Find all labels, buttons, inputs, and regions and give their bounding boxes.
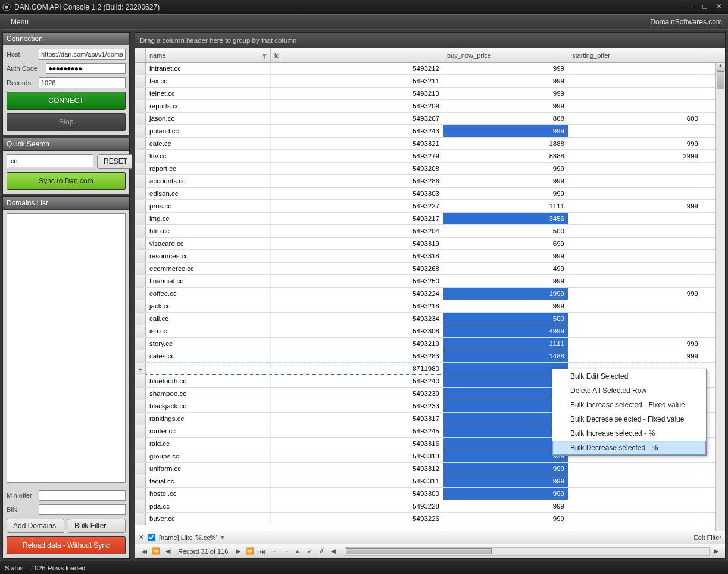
table-cell[interactable]: 5493239 xyxy=(271,388,443,400)
table-row[interactable]: ktv.cc549327988882999 xyxy=(135,150,725,163)
table-cell[interactable]: fax.cc xyxy=(146,75,271,87)
filter-checkbox[interactable] xyxy=(148,534,155,541)
table-cell[interactable]: 5493224 xyxy=(271,288,443,300)
table-cell[interactable]: 5493317 xyxy=(271,413,443,425)
table-cell[interactable] xyxy=(146,363,271,375)
table-row[interactable]: cafe.cc54933211888999 xyxy=(135,138,725,150)
table-row[interactable]: hostel.cc5493300999 xyxy=(135,488,725,500)
table-cell[interactable]: 5493286 xyxy=(271,175,443,187)
reload-button[interactable]: Reload data - Without Sync xyxy=(7,536,126,554)
table-row[interactable]: jason.cc5493207888600 xyxy=(135,113,725,125)
table-cell[interactable]: 5493210 xyxy=(271,88,443,99)
table-row[interactable]: pda.cc5493228999 xyxy=(135,500,725,513)
table-cell[interactable]: 5493233 xyxy=(271,400,443,412)
table-cell[interactable]: 8711980 xyxy=(271,363,443,375)
table-cell[interactable]: 5493313 xyxy=(271,450,443,462)
table-cell[interactable]: 5493279 xyxy=(271,150,443,162)
nav-last-icon[interactable]: ⏭ xyxy=(257,548,267,555)
table-cell[interactable]: 999 xyxy=(443,75,568,87)
table-cell[interactable]: 999 xyxy=(443,88,568,99)
bin-input[interactable] xyxy=(39,504,126,515)
horizontal-scrollbar[interactable] xyxy=(345,547,710,556)
table-cell[interactable] xyxy=(568,238,702,249)
table-row[interactable]: coffee.cc54932241999999 xyxy=(135,288,725,300)
context-menu-item[interactable]: Bulk Increase selected - Fixed value xyxy=(552,398,706,412)
table-cell[interactable] xyxy=(568,300,702,312)
table-row[interactable]: call.cc5493234500 xyxy=(135,313,725,325)
table-cell[interactable] xyxy=(568,213,702,224)
table-cell[interactable] xyxy=(568,163,702,174)
table-row[interactable]: financial.cc5493250999 xyxy=(135,275,725,288)
table-row[interactable]: resources.cc5493318999 xyxy=(135,250,725,263)
table-cell[interactable]: 500 xyxy=(443,225,568,237)
table-cell[interactable]: 5493228 xyxy=(271,500,443,512)
table-cell[interactable]: 5493300 xyxy=(271,488,443,500)
table-cell[interactable] xyxy=(568,325,702,337)
context-menu-item[interactable]: Bulk Decrese selected - Fixed value xyxy=(552,412,706,426)
sync-button[interactable]: Sync to Dan.com xyxy=(7,172,126,190)
table-cell[interactable]: financial.cc xyxy=(146,275,271,287)
table-cell[interactable]: 999 xyxy=(568,338,702,350)
table-cell[interactable]: 999 xyxy=(443,63,568,74)
table-row[interactable]: intranet.cc5493212999 xyxy=(135,63,725,75)
table-cell[interactable] xyxy=(568,513,702,525)
table-cell[interactable]: jason.cc xyxy=(146,113,271,124)
table-cell[interactable]: resources.cc xyxy=(146,250,271,262)
table-cell[interactable] xyxy=(568,75,702,87)
connect-button[interactable]: CONNECT xyxy=(7,92,126,110)
table-cell[interactable]: 499 xyxy=(443,263,568,274)
table-cell[interactable]: 5493283 xyxy=(271,350,443,362)
table-cell[interactable] xyxy=(568,488,702,500)
table-cell[interactable]: 1111 xyxy=(443,200,568,212)
filter-dropdown-icon[interactable]: ▾ xyxy=(221,534,224,541)
table-cell[interactable]: 999 xyxy=(443,300,568,312)
table-row[interactable]: htm.cc5493204500 xyxy=(135,225,725,238)
table-row[interactable]: img.cc54932173456 xyxy=(135,213,725,225)
nav-nextpage-icon[interactable]: ⏩ xyxy=(245,547,255,555)
table-cell[interactable] xyxy=(568,100,702,112)
table-cell[interactable]: 5493319 xyxy=(271,238,443,249)
table-cell[interactable] xyxy=(568,63,702,74)
group-by-bar[interactable]: Drag a column header here to group by th… xyxy=(135,33,725,48)
filter-icon[interactable] xyxy=(262,54,267,59)
close-filter-icon[interactable]: ✕ xyxy=(139,534,144,541)
table-cell[interactable]: img.cc xyxy=(146,213,271,224)
table-cell[interactable]: 5493217 xyxy=(271,213,443,224)
table-cell[interactable]: pros.cc xyxy=(146,200,271,212)
nav-check-icon[interactable]: ✓ xyxy=(304,547,315,555)
context-menu-item[interactable]: Bulk Increase selected - % xyxy=(552,426,706,441)
column-header-offer[interactable]: starting_offer xyxy=(568,48,702,62)
table-cell[interactable]: iso.cc xyxy=(146,325,271,337)
table-cell[interactable]: 999 xyxy=(443,475,568,487)
table-cell[interactable]: bluetooth.cc xyxy=(146,375,271,387)
table-cell[interactable]: intranet.cc xyxy=(146,63,271,74)
table-cell[interactable]: 999 xyxy=(443,100,568,112)
table-cell[interactable] xyxy=(568,500,702,512)
nav-prev-icon[interactable]: ◀ xyxy=(163,547,173,555)
table-cell[interactable]: call.cc xyxy=(146,313,271,325)
table-cell[interactable]: buver.cc xyxy=(146,513,271,525)
table-cell[interactable]: blackjack.cc xyxy=(146,400,271,412)
nav-first-icon[interactable]: ⏮ xyxy=(139,548,149,555)
table-cell[interactable]: 5493268 xyxy=(271,263,443,274)
table-cell[interactable]: 999 xyxy=(443,450,568,462)
table-cell[interactable]: ktv.cc xyxy=(146,150,271,162)
reset-button[interactable]: RESET xyxy=(97,154,134,169)
table-cell[interactable]: 999 xyxy=(443,250,568,262)
table-cell[interactable]: 5493226 xyxy=(271,513,443,525)
stop-button[interactable]: Stop xyxy=(7,113,126,131)
table-row[interactable]: facial.cc5493311999 xyxy=(135,475,725,488)
table-cell[interactable]: 999 xyxy=(443,175,568,187)
table-cell[interactable]: 5493227 xyxy=(271,200,443,212)
table-cell[interactable]: 5493219 xyxy=(271,338,443,350)
column-header-id[interactable]: id xyxy=(271,48,443,62)
nav-edit-icon[interactable]: ▴ xyxy=(292,547,303,555)
table-row[interactable]: report.cc5493208999 xyxy=(135,163,725,175)
bulk-filter-button[interactable]: Bulk Filter xyxy=(68,519,126,533)
table-cell[interactable]: 1999 xyxy=(443,288,568,300)
table-cell[interactable]: 8888 xyxy=(443,150,568,162)
column-header-price[interactable]: buy_now_price xyxy=(443,48,568,62)
table-cell[interactable]: cafes.cc xyxy=(146,350,271,362)
table-cell[interactable]: 999 xyxy=(443,463,568,475)
table-cell[interactable]: 5493316 xyxy=(271,438,443,450)
